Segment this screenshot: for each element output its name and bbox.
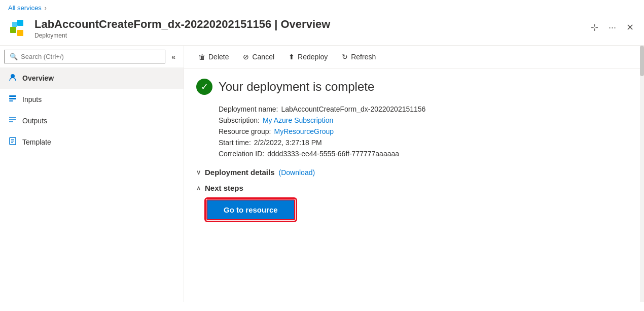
deployment-name-label: Deployment name: (219, 105, 278, 113)
inputs-label: Inputs (22, 95, 42, 103)
page-title: LabAccountCreateForm_dx-20220202151156 |… (34, 18, 581, 31)
next-steps-section: ∧ Next steps Go to resource (196, 184, 632, 220)
pin-icon: ⊹ (591, 22, 598, 33)
nav-items: Overview Inputs Outputs Template (0, 67, 184, 153)
content-area: 🗑 Delete ⊘ Cancel ⬆ Redeploy ↻ Refresh ✓ (184, 46, 644, 302)
start-time-value: 2/2/2022, 3:27:18 PM (254, 139, 322, 147)
toolbar: 🗑 Delete ⊘ Cancel ⬆ Redeploy ↻ Refresh (184, 46, 644, 68)
resource-group-row: Resource group: MyResourceGroup (219, 127, 632, 135)
svg-rect-6 (9, 98, 16, 99)
download-link[interactable]: (Download) (279, 168, 315, 177)
deployment-name-value: LabAccountCreateForm_dx-20220202151156 (281, 105, 426, 113)
cancel-button[interactable]: ⊘ Cancel (237, 50, 280, 64)
template-icon (8, 136, 17, 148)
start-time-label: Start time: (219, 139, 251, 147)
deployment-details-section: ∨ Deployment details (Download) (196, 168, 632, 177)
subscription-label: Subscription: (219, 116, 260, 124)
main-layout: 🔍 « Overview Inputs (0, 46, 644, 302)
header-actions: ⊹ ··· ✕ (589, 20, 636, 35)
sidebar: 🔍 « Overview Inputs (0, 46, 184, 302)
details-toggle-icon: ∨ (196, 169, 201, 176)
svg-rect-5 (9, 95, 16, 97)
search-box[interactable]: 🔍 (4, 50, 165, 63)
more-options-button[interactable]: ··· (606, 20, 618, 35)
template-label: Template (22, 138, 51, 146)
refresh-icon: ↻ (342, 53, 348, 61)
go-to-resource-button[interactable]: Go to resource (206, 199, 295, 220)
svg-rect-1 (17, 20, 23, 26)
svg-rect-7 (9, 100, 13, 101)
deployment-info: Deployment name: LabAccountCreateForm_dx… (219, 105, 632, 158)
search-icon: 🔍 (10, 53, 18, 60)
redeploy-label: Redeploy (298, 53, 328, 61)
svg-rect-0 (10, 27, 16, 33)
header-text-container: LabAccountCreateForm_dx-20220202151156 |… (34, 18, 581, 39)
svg-rect-3 (12, 22, 17, 27)
delete-icon: 🗑 (198, 53, 205, 61)
sidebar-item-inputs[interactable]: Inputs (0, 89, 184, 110)
close-button[interactable]: ✕ (624, 20, 636, 35)
deployment-name-row: Deployment name: LabAccountCreateForm_dx… (219, 105, 632, 113)
breadcrumb: All services › (0, 0, 644, 16)
next-steps-header[interactable]: ∧ Next steps (196, 184, 632, 192)
resource-type-label: Deployment (34, 32, 581, 39)
overview-icon (8, 73, 17, 84)
content-scroll: ✓ Your deployment is complete Deployment… (184, 68, 644, 302)
close-icon: ✕ (626, 22, 634, 33)
scrollbar-track[interactable] (640, 46, 644, 302)
scrollbar-thumb[interactable] (640, 46, 644, 76)
resource-icon (8, 18, 28, 38)
sidebar-item-overview[interactable]: Overview (0, 67, 184, 89)
ellipsis-icon: ··· (609, 22, 616, 33)
next-steps-content: Go to resource (206, 199, 632, 220)
overview-label: Overview (22, 74, 54, 82)
correlation-label: Correlation ID: (219, 150, 264, 158)
sidebar-item-outputs[interactable]: Outputs (0, 110, 184, 131)
redeploy-icon: ⬆ (289, 53, 295, 61)
deployment-details-header[interactable]: ∨ Deployment details (Download) (196, 168, 632, 177)
breadcrumb-chevron: › (45, 5, 47, 12)
subscription-link[interactable]: My Azure Subscription (263, 116, 333, 124)
collapse-icon: « (171, 53, 175, 61)
check-circle: ✓ (196, 79, 212, 95)
outputs-label: Outputs (22, 117, 47, 125)
go-to-resource-label: Go to resource (224, 205, 278, 214)
next-steps-toggle-icon: ∧ (196, 185, 201, 192)
next-steps-label: Next steps (205, 184, 243, 192)
correlation-row: Correlation ID: dddd3333-ee44-5555-66ff-… (219, 150, 632, 158)
refresh-button[interactable]: ↻ Refresh (336, 50, 382, 64)
resource-group-label: Resource group: (219, 127, 271, 135)
inputs-icon (8, 94, 17, 105)
refresh-label: Refresh (351, 53, 376, 61)
delete-button[interactable]: 🗑 Delete (192, 50, 235, 64)
search-input[interactable] (21, 53, 160, 60)
cancel-icon: ⊘ (243, 53, 249, 61)
resource-group-link[interactable]: MyResourceGroup (274, 127, 334, 135)
page-header: LabAccountCreateForm_dx-20220202151156 |… (0, 16, 644, 46)
all-services-link[interactable]: All services (8, 4, 42, 12)
cancel-label: Cancel (252, 53, 274, 61)
deployment-complete-banner: ✓ Your deployment is complete (196, 79, 632, 95)
collapse-sidebar-button[interactable]: « (167, 51, 180, 63)
redeploy-button[interactable]: ⬆ Redeploy (282, 50, 334, 64)
search-row: 🔍 « (0, 46, 184, 67)
subscription-row: Subscription: My Azure Subscription (219, 116, 632, 124)
outputs-icon (8, 115, 17, 126)
start-time-row: Start time: 2/2/2022, 3:27:18 PM (219, 139, 632, 147)
correlation-value: dddd3333-ee44-5555-66ff-777777aaaaaa (267, 150, 399, 158)
deployment-complete-text: Your deployment is complete (219, 80, 374, 94)
pin-button[interactable]: ⊹ (589, 20, 600, 35)
deployment-details-label: Deployment details (205, 168, 275, 177)
svg-rect-2 (17, 30, 23, 36)
sidebar-item-template[interactable]: Template (0, 131, 184, 153)
delete-label: Delete (208, 53, 229, 61)
